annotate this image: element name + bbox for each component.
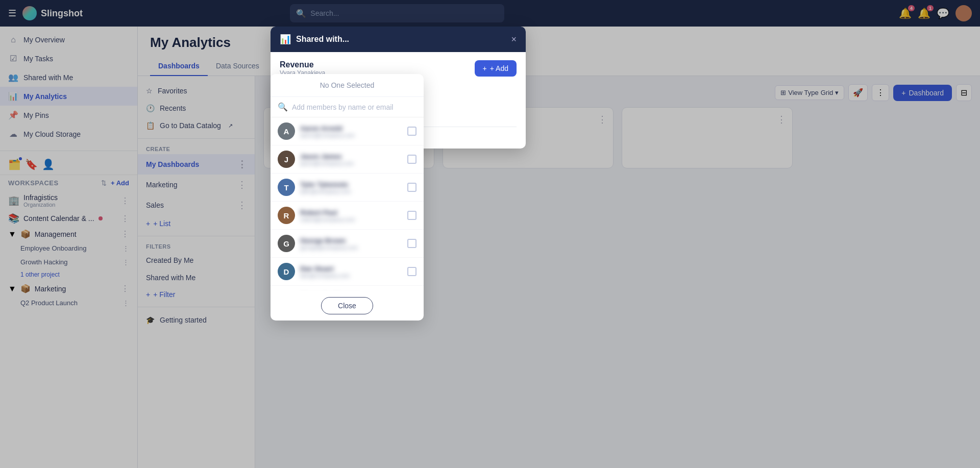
member-avatar: J (278, 151, 295, 168)
member-checkbox[interactable] (407, 211, 416, 220)
member-list-item[interactable]: A Aaron Arnold aaron@company.com (271, 117, 424, 145)
member-name: George Brown (300, 237, 402, 244)
add-people-btn[interactable]: + + Add (475, 60, 517, 77)
member-avatar: D (278, 263, 295, 280)
member-info: George Brown george@company.com (300, 237, 402, 251)
member-search-icon: 🔍 (278, 102, 288, 112)
add-members-panel: No One Selected 🔍 A Aaron Arnold aaron@c… (271, 74, 424, 321)
member-name: Dan Stuart (300, 265, 402, 273)
member-checkbox[interactable] (407, 239, 416, 248)
member-info: Robert Paul robert@company.com (300, 209, 402, 223)
dialog-close-btn[interactable]: × (511, 34, 517, 45)
member-email: jason@company.com (300, 160, 402, 166)
member-name: Aaron Arnold (300, 125, 402, 132)
member-avatar: R (278, 207, 295, 224)
resource-name: Revenue (280, 60, 325, 69)
member-list-item[interactable]: R Robert Paul robert@company.com (271, 202, 424, 230)
member-search-row: 🔍 (271, 97, 424, 117)
member-email: tyler@company.com (300, 188, 402, 194)
close-panel-row: Close (271, 291, 424, 321)
no-one-selected-label: No One Selected (271, 74, 424, 97)
member-name: Robert Paul (300, 209, 402, 216)
share-header-icon: 📊 (280, 34, 291, 45)
member-list-item[interactable]: T Tyler Tykemoto tyler@company.com (271, 174, 424, 202)
member-checkbox[interactable] (407, 155, 416, 164)
member-checkbox[interactable] (407, 183, 416, 192)
member-info: Dan Stuart dan@company.com (300, 265, 402, 279)
member-email: aaron@company.com (300, 132, 402, 138)
member-avatar: T (278, 179, 295, 196)
add-btn-label: + Add (490, 64, 508, 72)
member-info: Aaron Arnold aaron@company.com (300, 125, 402, 138)
member-avatar: G (278, 235, 295, 252)
member-info: Tyler Tykemoto tyler@company.com (300, 181, 402, 194)
member-list-item[interactable]: G George Brown george@company.com (271, 230, 424, 258)
member-avatar: A (278, 122, 295, 140)
member-email: robert@company.com (300, 216, 402, 223)
dialog-header: 📊 Shared with... × (271, 27, 526, 52)
member-name: Jason James (300, 153, 402, 160)
add-icon: + (483, 64, 487, 72)
member-list-item[interactable]: J Jason James jason@company.com (271, 145, 424, 174)
member-checkbox[interactable] (407, 267, 416, 276)
member-list: A Aaron Arnold aaron@company.com J Jason… (271, 117, 424, 291)
member-checkbox[interactable] (407, 127, 416, 136)
member-search-input[interactable] (292, 103, 416, 111)
member-name: Tyler Tykemoto (300, 181, 402, 188)
close-panel-btn[interactable]: Close (321, 297, 373, 314)
member-list-item[interactable]: A Alexander Georges alexander@company.co… (271, 286, 424, 291)
member-info: Jason James jason@company.com (300, 153, 402, 166)
member-list-item[interactable]: D Dan Stuart dan@company.com (271, 258, 424, 286)
member-email: george@company.com (300, 244, 402, 251)
dialog-title: Shared with... (296, 35, 506, 44)
member-email: dan@company.com (300, 273, 402, 279)
